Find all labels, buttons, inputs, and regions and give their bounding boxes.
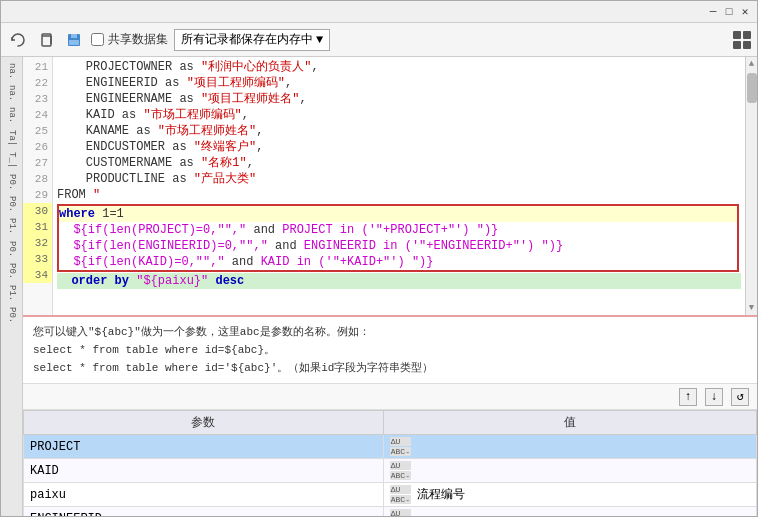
col-header-params: 参数 xyxy=(24,411,384,435)
side-item-3[interactable]: na. xyxy=(6,105,18,125)
editor-scrollbar[interactable]: ▲ ▼ xyxy=(745,57,757,315)
svg-rect-3 xyxy=(69,40,79,45)
table-row-engineerid[interactable]: ENGINEERID ΔU ABC- xyxy=(24,507,757,517)
main-area: na. na. na. Ta| T_| P0. P0. P1. P0. P0. … xyxy=(1,57,757,516)
code-line-32: ${if(len(ENGINEERID)=0,""," and ENGINEER… xyxy=(59,238,737,254)
status-label: 所有记录都保存在内存中 xyxy=(181,31,313,48)
side-item-11[interactable]: P1. xyxy=(6,283,18,303)
grid-cell-3 xyxy=(733,41,741,49)
param-name-project: PROJECT xyxy=(24,435,384,459)
editor-area: 21 22 23 24 25 26 27 28 29 30 31 32 33 3… xyxy=(23,57,757,516)
code-line-28: PRODUCTLINE as "产品大类" xyxy=(57,171,741,187)
code-line-30: where 1=1 xyxy=(59,206,737,222)
info-line-2: select * from table where id=${abc}。 xyxy=(33,341,747,359)
type-icon-kaid: ΔU ABC- xyxy=(390,461,411,480)
param-name-kaid: KAID xyxy=(24,459,384,483)
table-row-paixu[interactable]: paixu ΔU ABC- 流程编号 xyxy=(24,483,757,507)
param-value-paixu[interactable]: ΔU ABC- 流程编号 xyxy=(383,483,756,507)
side-item-4[interactable]: Ta| xyxy=(6,128,18,148)
side-item-6[interactable]: P0. xyxy=(6,172,18,192)
code-editor[interactable]: 21 22 23 24 25 26 27 28 29 30 31 32 33 3… xyxy=(23,57,757,317)
grid-cell-4 xyxy=(743,41,751,49)
line-num-22: 22 xyxy=(23,75,52,91)
code-line-23: ENGINEERNAME as "项目工程师姓名", xyxy=(57,91,741,107)
side-item-5[interactable]: T_| xyxy=(6,150,18,170)
grid-view-button[interactable] xyxy=(733,31,751,49)
side-panel: na. na. na. Ta| T_| P0. P0. P1. P0. P0. … xyxy=(1,57,23,516)
code-line-33: ${if(len(KAID)=0,""," and KAID in ('"+KA… xyxy=(59,254,737,270)
close-button[interactable]: ✕ xyxy=(737,4,753,20)
info-panel: 您可以键入"${abc}"做为一个参数，这里abc是参数的名称。例如： sele… xyxy=(23,317,757,384)
side-item-1[interactable]: na. xyxy=(6,61,18,81)
line-num-25: 25 xyxy=(23,123,52,139)
dropdown-arrow-icon: ▼ xyxy=(316,33,323,47)
param-value-kaid[interactable]: ΔU ABC- xyxy=(383,459,756,483)
code-line-24: KAID as "市场工程师编码", xyxy=(57,107,741,123)
value-cell-engineerid: ΔU ABC- xyxy=(390,509,750,516)
params-data-table: 参数 值 PROJECT ΔU xyxy=(23,410,757,516)
param-name-paixu: paixu xyxy=(24,483,384,507)
line-num-29: 29 xyxy=(23,187,52,203)
params-table[interactable]: 参数 值 PROJECT ΔU xyxy=(23,410,757,516)
share-dataset-checkbox-container[interactable]: 共享数据集 xyxy=(91,31,168,48)
type-icon-engineerid: ΔU ABC- xyxy=(390,509,411,516)
param-value-project[interactable]: ΔU ABC- xyxy=(383,435,756,459)
side-item-9[interactable]: P0. xyxy=(6,239,18,259)
col-header-value: 值 xyxy=(383,411,756,435)
line-num-32: 32 xyxy=(23,235,52,251)
scroll-up-arrow[interactable]: ▲ xyxy=(747,57,756,71)
toolbar: 共享数据集 所有记录都保存在内存中 ▼ xyxy=(1,23,757,57)
info-line-3: select * from table where id='${abc}'。（如… xyxy=(33,359,747,377)
table-row-project[interactable]: PROJECT ΔU ABC- xyxy=(24,435,757,459)
line-num-34: 34 xyxy=(23,267,52,283)
code-line-21: PROJECTOWNER as "利润中心的负责人", xyxy=(57,59,741,75)
side-item-8[interactable]: P1. xyxy=(6,216,18,236)
share-dataset-checkbox[interactable] xyxy=(91,33,104,46)
line-num-21: 21 xyxy=(23,59,52,75)
scroll-down-arrow[interactable]: ▼ xyxy=(747,301,756,315)
svg-rect-0 xyxy=(42,36,51,46)
share-dataset-label: 共享数据集 xyxy=(108,31,168,48)
side-item-2[interactable]: na. xyxy=(6,83,18,103)
table-row-kaid[interactable]: KAID ΔU ABC- xyxy=(24,459,757,483)
red-outline-section: where 1=1 ${if(len(PROJECT)=0,""," and P… xyxy=(57,204,739,272)
line-numbers: 21 22 23 24 25 26 27 28 29 30 31 32 33 3… xyxy=(23,57,53,315)
status-dropdown[interactable]: 所有记录都保存在内存中 ▼ xyxy=(174,29,330,51)
copy-button[interactable] xyxy=(35,29,57,51)
side-item-7[interactable]: P0. xyxy=(6,194,18,214)
code-line-25: KANAME as "市场工程师姓名", xyxy=(57,123,741,139)
code-line-34: order by "${paixu}" desc xyxy=(57,273,741,289)
params-area: ↑ ↓ ↺ 参数 值 xyxy=(23,384,757,516)
side-item-12[interactable]: P0. xyxy=(6,305,18,325)
value-cell-paixu: ΔU ABC- 流程编号 xyxy=(390,485,750,504)
line-num-30: 30 xyxy=(23,203,52,219)
refresh-params-button[interactable]: ↺ xyxy=(731,388,749,406)
move-up-button[interactable]: ↑ xyxy=(679,388,697,406)
code-line-31: ${if(len(PROJECT)=0,""," and PROJECT in … xyxy=(59,222,737,238)
param-name-engineerid: ENGINEERID xyxy=(24,507,384,517)
svg-rect-2 xyxy=(71,34,77,38)
param-value-engineerid[interactable]: ΔU ABC- xyxy=(383,507,756,517)
maximize-button[interactable]: □ xyxy=(721,4,737,20)
move-down-button[interactable]: ↓ xyxy=(705,388,723,406)
paixu-value-text: 流程编号 xyxy=(417,486,465,503)
save-button[interactable] xyxy=(63,29,85,51)
toolbar-right xyxy=(733,31,751,49)
side-item-10[interactable]: P0. xyxy=(6,261,18,281)
code-line-29: FROM " xyxy=(57,187,741,203)
minimize-button[interactable]: ─ xyxy=(705,4,721,20)
params-toolbar: ↑ ↓ ↺ xyxy=(23,384,757,410)
line-num-24: 24 xyxy=(23,107,52,123)
line-num-31: 31 xyxy=(23,219,52,235)
code-line-26: ENDCUSTOMER as "终端客户", xyxy=(57,139,741,155)
value-cell-kaid: ΔU ABC- xyxy=(390,461,750,480)
line-num-23: 23 xyxy=(23,91,52,107)
line-num-33: 33 xyxy=(23,251,52,267)
scroll-thumb[interactable] xyxy=(747,73,757,103)
value-cell-project: ΔU ABC- xyxy=(390,437,750,456)
main-window: ─ □ ✕ 共享数据集 xyxy=(0,0,758,517)
refresh-button[interactable] xyxy=(7,29,29,51)
line-num-27: 27 xyxy=(23,155,52,171)
code-content[interactable]: PROJECTOWNER as "利润中心的负责人", ENGINEERID a… xyxy=(53,57,745,315)
grid-cell-1 xyxy=(733,31,741,39)
